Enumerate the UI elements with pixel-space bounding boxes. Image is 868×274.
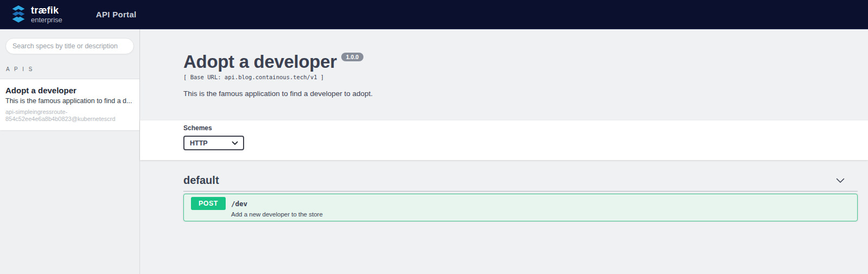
spec-content: Adopt a developer1.0.0 [ Base URL: api.b… xyxy=(140,29,868,274)
select-chevron-down-icon xyxy=(232,141,238,145)
schemes-section: Schemes HTTP xyxy=(140,120,868,160)
traefik-enterprise-logo[interactable]: træfik enterprise xyxy=(10,4,62,25)
operations-section: default POST /dev Add a new developer to… xyxy=(140,160,868,221)
brand-name: træfik xyxy=(31,5,62,15)
spec-item-description: This is the famous application to find a… xyxy=(5,97,134,105)
spec-list-item[interactable]: Adopt a developer This is the famous app… xyxy=(0,79,139,130)
version-badge: 1.0.0 xyxy=(341,53,363,61)
sidebar-header: A P I S xyxy=(0,29,139,79)
nav-title-api-portal[interactable]: API Portal xyxy=(96,10,137,19)
schemes-label: Schemes xyxy=(183,124,858,132)
spec-item-title: Adopt a developer xyxy=(5,86,134,95)
tag-header-default[interactable]: default xyxy=(183,174,858,192)
tag-name: default xyxy=(183,174,219,187)
tag-chevron-down-icon[interactable] xyxy=(836,178,845,183)
top-navbar: træfik enterprise API Portal xyxy=(0,0,868,29)
opblock-post-dev[interactable]: POST /dev Add a new developer to the sto… xyxy=(183,194,858,221)
spec-item-id: api-simpleingressroute-854c52ee4e6a8b4b0… xyxy=(5,109,134,123)
apis-section-label: A P I S xyxy=(6,66,134,72)
schemes-select[interactable]: HTTP xyxy=(183,136,244,150)
method-badge-post: POST xyxy=(191,197,226,210)
api-info-section: Adopt a developer1.0.0 [ Base URL: api.b… xyxy=(140,29,868,120)
brand-subtitle: enterprise xyxy=(31,16,62,23)
operation-summary: Add a new developer to the store xyxy=(231,211,852,218)
specs-sidebar: A P I S Adopt a developer This is the fa… xyxy=(0,29,140,274)
base-url: [ Base URL: api.blog.containous.tech/v1 … xyxy=(183,74,858,80)
api-description: This is the famous application to find a… xyxy=(183,90,858,98)
schemes-selected-value: HTTP xyxy=(190,139,208,147)
traefik-layers-icon xyxy=(10,4,27,25)
operation-path: /dev xyxy=(231,200,247,208)
api-title: Adopt a developer xyxy=(183,52,337,72)
search-input[interactable] xyxy=(5,38,134,54)
